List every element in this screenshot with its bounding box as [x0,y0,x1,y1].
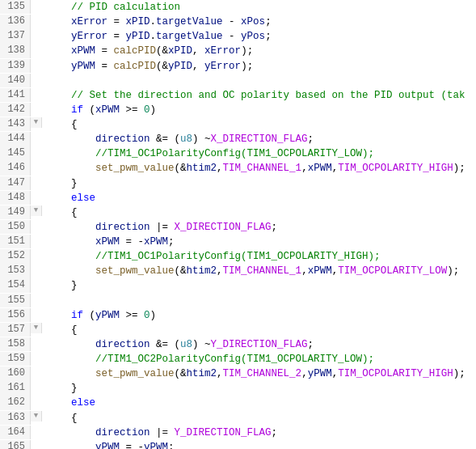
token-var: xError [204,45,241,57]
token-plain: = [107,16,126,28]
line-row: 148 else [0,191,476,205]
token-var: xPID [168,45,192,57]
line-number: 141 [0,88,31,102]
line-number: 154 [0,278,31,292]
token-plain: ; [272,427,278,438]
line-content: yPWM = calcPID(&yPID, yError); [42,59,476,74]
token-num: 0 [144,310,150,321]
line-row: 137 yError = yPID.targetValue - yPos; [0,29,476,44]
fold-icon[interactable]: ▼ [34,411,38,421]
line-number: 160 [0,366,31,380]
token-plain: , [217,368,223,379]
line-row: 140 [0,74,476,88]
line-content: xError = xPID.targetValue - xPos; [42,15,476,29]
line-number: 136 [0,15,31,28]
fold-icon[interactable]: ▼ [34,205,38,216]
line-number: 152 [0,249,31,263]
line-row: 147 } [0,176,476,191]
token-plain: (& [175,163,187,174]
token-kw: else [71,193,95,204]
line-content: //TIM1_OC2PolarityConfig(TIM1_OCPOLARITY… [42,352,476,366]
line-gutter: ▼ [31,205,42,216]
line-content: { [42,117,476,132]
line-content: direction |= X_DIRECTION_FLAG; [42,220,476,235]
line-row: 143▼ { [0,117,476,132]
token-plain: ); [241,45,253,57]
token-plain: (& [156,61,168,72]
token-cmt: //TIM1_OC1PolarityConfig(TIM1_OCPOLARITY… [95,251,381,262]
line-content: // Set the direction and OC polarity bas… [42,88,476,103]
code-editor: 135 // PID calculation136 xError = xPID.… [0,0,476,449]
token-var: yError [71,31,107,42]
line-row: 159 //TIM1_OC2PolarityConfig(TIM1_OCPOLA… [0,352,476,366]
line-number: 144 [0,132,31,146]
token-plain: , [192,45,204,57]
token-plain: ; [168,442,175,449]
line-content: xPWM = -xPWM; [42,235,476,249]
token-fn: calcPID [114,45,157,57]
token-kw: else [71,397,95,409]
line-number: 146 [0,161,31,175]
line-row: 149▼ { [0,205,476,220]
line-row: 165 yPWM = -yPWM; [0,440,476,449]
line-row: 136 xError = xPID.targetValue - xPos; [0,15,476,29]
line-number: 165 [0,440,31,449]
token-macro: TIM_CHANNEL_1 [223,163,302,174]
token-plain: } [71,178,78,189]
token-var: xError [71,16,107,28]
token-plain: >= [120,104,144,116]
token-var: yPWM [95,442,120,449]
code-content: 135 // PID calculation136 xError = xPID.… [0,0,476,449]
token-var: yPos [241,31,265,42]
line-row: 157▼ { [0,323,476,337]
line-number: 149 [0,205,31,219]
line-gutter: ▼ [31,411,42,421]
token-cmt: // PID calculation [71,2,180,13]
token-plain: ; [308,339,314,350]
token-plain: ) ~ [192,133,211,145]
line-content: yPWM = -yPWM; [42,440,476,449]
token-num: 0 [144,104,150,116]
line-row: 162 else [0,396,476,410]
token-var: xPWM [308,163,332,174]
token-fn: set_pwm_value [95,163,175,174]
line-row: 150 direction |= X_DIRECTION_FLAG; [0,220,476,235]
token-plain: { [71,119,78,130]
fold-icon[interactable]: ▼ [34,117,38,128]
line-content: { [42,323,476,337]
fold-icon[interactable]: ▼ [34,323,38,333]
token-macro: TIM_CHANNEL_2 [223,368,302,379]
token-plain: ( [83,310,95,321]
token-plain: , [301,265,308,277]
token-plain: = [95,61,114,72]
line-number: 150 [0,220,31,234]
token-plain: . [150,31,157,42]
token-fn: set_pwm_value [95,265,175,277]
line-row: 142 if (xPWM >= 0) [0,103,476,117]
line-row: 152 //TIM1_OC1PolarityConfig(TIM1_OCPOLA… [0,249,476,264]
token-plain: = - [120,442,144,449]
line-content: set_pwm_value(&htim2,TIM_CHANNEL_1,xPWM,… [42,264,476,278]
line-row: 145 //TIM1_OC1PolarityConfig(TIM1_OCPOLA… [0,146,476,161]
token-var: direction [95,133,150,145]
token-plain: ) ~ [192,339,211,350]
token-kw: if [71,310,83,321]
token-plain: ( [83,104,95,116]
token-plain: } [71,383,78,394]
token-plain: |= [150,222,175,233]
token-plain: - [223,31,242,42]
line-row: 155 [0,294,476,308]
token-cmt: //TIM1_OC1PolarityConfig(TIM1_OCPOLARITY… [95,148,374,159]
token-plain: (& [175,265,187,277]
line-number: 138 [0,44,31,57]
line-row: 156 if (yPWM >= 0) [0,308,476,323]
token-plain: = - [120,236,144,248]
token-plain: ) [150,310,157,321]
token-type: u8 [180,133,192,145]
token-plain: ); [453,368,465,379]
token-var: htim2 [187,368,217,379]
token-plain: |= [150,427,175,438]
token-var: yPWM [71,61,95,72]
line-row: 138 xPWM = calcPID(&xPID, xError); [0,44,476,58]
token-plain: - [223,16,242,28]
